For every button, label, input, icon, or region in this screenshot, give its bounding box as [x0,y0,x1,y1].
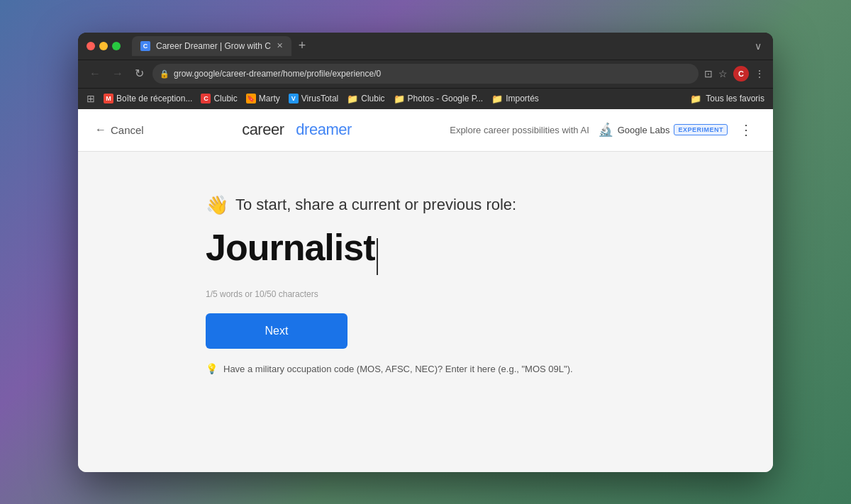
bookmark-folder-clubic-label: Clubic [361,94,384,103]
explore-text: Explore career possibilities with AI [450,125,589,135]
active-tab[interactable]: C Career Dreamer | Grow with C ✕ [132,36,291,56]
close-window-button[interactable] [87,42,95,50]
flask-icon: 🔬 [598,122,613,138]
char-count: 1/5 words or 10/50 characters [206,289,573,299]
refresh-button[interactable]: ↻ [132,65,147,82]
translate-icon[interactable]: ⊡ [704,68,713,79]
header-right: Explore career possibilities with AI 🔬 G… [450,118,756,141]
menu-icon[interactable]: ⋮ [755,68,764,79]
lock-icon: 🔒 [160,69,169,79]
new-tab-button[interactable]: + [294,38,311,53]
prompt-text-content: To start, share a current or previous ro… [235,196,516,214]
minimize-window-button[interactable] [99,42,108,50]
logo-career-text: career [242,121,284,138]
bookmark-clubic1-label: Clubic [213,94,237,103]
marty-favicon: 🔖 [246,94,256,103]
clubic-favicon: C [201,94,211,103]
main-content: 👋 To start, share a current or previous … [78,152,773,472]
prompt-label: 👋 To start, share a current or previous … [206,194,573,216]
lightbulb-icon: 💡 [206,363,218,374]
browser-window: C Career Dreamer | Grow with C ✕ + ∨ ← →… [78,33,773,472]
back-button[interactable]: ← [87,65,104,82]
bookmarks-bar: ⊞ M Boîte de réception... C Clubic 🔖 Mar… [78,88,773,109]
bookmark-photos[interactable]: 📁 Photos - Google P... [394,94,484,104]
tab-title: Career Dreamer | Grow with C [156,41,271,51]
gmail-favicon: M [104,94,113,103]
text-cursor [377,238,378,275]
app-header: ← Cancel career dreamer Explore career p… [78,109,773,152]
web-content: ← Cancel career dreamer Explore career p… [78,109,773,472]
address-bar-input[interactable]: 🔒 grow.google/career-dreamer/home/profil… [152,64,699,84]
bookmark-clubic1[interactable]: C Clubic [201,94,237,103]
traffic-lights [87,42,121,50]
bookmark-gmail-label: Boîte de réception... [116,94,192,103]
bookmark-importes[interactable]: 📁 Importés [491,94,539,104]
address-bar: ← → ↻ 🔒 grow.google/career-dreamer/home/… [78,60,773,88]
military-hint[interactable]: 💡 Have a military occupation code (MOS, … [206,363,573,374]
profile-avatar[interactable]: C [733,66,749,82]
role-input-wrapper: Journalist [206,228,573,276]
bookmark-virustotal[interactable]: V VirusTotal [289,94,338,103]
bookmarks-right: 📁 Tous les favoris [690,94,764,104]
bookmark-virustotal-label: VirusTotal [301,94,338,103]
google-labs: 🔬 Google Labs EXPERIMENT [598,122,728,138]
bookmark-marty[interactable]: 🔖 Marty [246,94,280,103]
experiment-badge: EXPERIMENT [674,124,728,135]
maximize-window-button[interactable] [112,42,121,50]
title-bar-right: ∨ [752,38,764,55]
google-labs-label: Google Labs [618,125,670,135]
bookmark-gmail[interactable]: M Boîte de réception... [104,94,192,103]
forward-button[interactable]: → [109,65,126,82]
military-hint-text: Have a military occupation code (MOS, AF… [223,364,573,374]
virustotal-favicon: V [289,94,299,103]
address-actions: ⊡ ☆ C ⋮ [704,66,764,82]
all-bookmarks-label[interactable]: Tous les favoris [706,94,764,103]
bookmark-importes-label: Importés [506,94,539,103]
bookmark-photos-label: Photos - Google P... [408,94,484,103]
wave-emoji: 👋 [206,194,228,216]
tab-close-button[interactable]: ✕ [277,41,283,50]
importes-folder-icon: 📁 [491,94,503,104]
folder-icon: 📁 [347,94,358,104]
role-input[interactable]: Journalist [206,227,375,268]
header-left: ← Cancel [95,123,144,136]
photos-folder-icon: 📁 [394,94,405,104]
chevron-down-icon[interactable]: ∨ [752,38,764,55]
bookmark-folder-clubic[interactable]: 📁 Clubic [347,94,384,104]
header-center: career dreamer [144,121,450,139]
more-options-icon[interactable]: ⋮ [736,118,756,141]
all-bookmarks-icon: 📁 [690,94,701,104]
app-logo: career dreamer [242,121,352,139]
bookmark-marty-label: Marty [259,94,280,103]
tab-favicon: C [140,41,150,51]
logo-dreamer-text: dreamer [296,121,351,138]
apps-icon[interactable]: ⊞ [87,93,95,104]
address-text: grow.google/career-dreamer/home/profile/… [174,69,381,79]
title-bar: C Career Dreamer | Grow with C ✕ + ∨ [78,33,773,60]
back-arrow-icon[interactable]: ← [95,123,106,136]
form-container: 👋 To start, share a current or previous … [206,194,573,375]
next-button[interactable]: Next [206,313,347,349]
star-icon[interactable]: ☆ [718,68,728,79]
tab-bar: C Career Dreamer | Grow with C ✕ + [132,36,746,56]
cancel-button[interactable]: Cancel [111,124,144,136]
